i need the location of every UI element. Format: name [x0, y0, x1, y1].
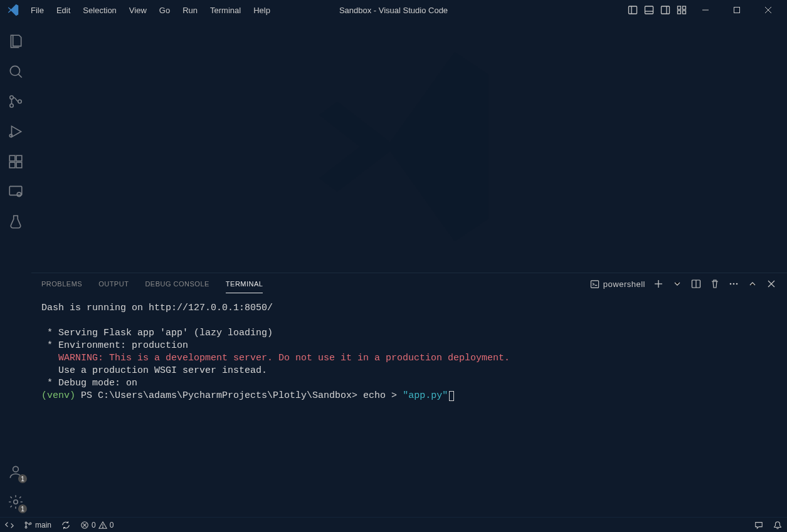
- menu-edit[interactable]: Edit: [51, 3, 76, 18]
- svg-point-17: [10, 104, 13, 107]
- svg-rect-24: [9, 186, 22, 195]
- git-branch-icon: [24, 521, 33, 529]
- term-cmd: >: [386, 390, 403, 401]
- svg-point-34: [733, 283, 735, 285]
- terminal-output[interactable]: Dash is running on http://127.0.0.1:8050…: [31, 295, 787, 517]
- svg-rect-7: [683, 6, 686, 9]
- terminal-dropdown-button[interactable]: [672, 278, 683, 289]
- activity-bar: 1 1: [0, 20, 31, 517]
- vscode-watermark-icon: [297, 34, 522, 259]
- testing-icon[interactable]: [1, 207, 31, 237]
- tab-output[interactable]: OUTPUT: [98, 275, 129, 293]
- tab-terminal[interactable]: TERMINAL: [226, 275, 263, 293]
- toggle-primary-sidebar-icon[interactable]: [628, 5, 638, 15]
- term-prompt-path: PS C:\Users\adams\PycharmProjects\Plotly…: [75, 390, 363, 401]
- problems-indicator[interactable]: 0 0: [75, 518, 119, 532]
- svg-point-18: [18, 100, 21, 103]
- panel-tabs: PROBLEMS OUTPUT DEBUG CONSOLE TERMINAL p…: [31, 273, 787, 295]
- notifications-indicator[interactable]: [768, 518, 787, 532]
- term-cmd: echo: [363, 390, 386, 401]
- error-count: 0: [92, 521, 96, 529]
- settings-gear-icon[interactable]: 1: [1, 487, 31, 517]
- menu-terminal[interactable]: Terminal: [204, 3, 246, 18]
- warning-count: 0: [110, 521, 114, 529]
- terminal-cursor: [449, 391, 454, 401]
- git-branch-indicator[interactable]: main: [19, 518, 56, 532]
- term-cmd-arg: "app.py": [403, 390, 448, 401]
- settings-badge: 1: [18, 504, 27, 513]
- customize-layout-icon[interactable]: [677, 5, 687, 15]
- kill-terminal-button[interactable]: [709, 278, 721, 289]
- svg-rect-2: [645, 6, 653, 14]
- accounts-badge: 1: [18, 474, 27, 483]
- titlebar-right: [628, 1, 783, 19]
- run-debug-icon[interactable]: [1, 117, 31, 147]
- svg-rect-21: [9, 162, 15, 168]
- remote-explorer-icon[interactable]: [1, 177, 31, 207]
- feedback-indicator[interactable]: [749, 518, 768, 532]
- toggle-panel-icon[interactable]: [644, 5, 654, 15]
- term-line: Use a production WSGI server instead.: [41, 365, 267, 376]
- svg-point-38: [25, 522, 27, 524]
- window-title: Sandbox - Visual Studio Code: [339, 6, 448, 15]
- svg-point-14: [10, 66, 19, 75]
- window-close-button[interactable]: [756, 1, 781, 19]
- window-minimize-button[interactable]: [693, 1, 718, 19]
- more-actions-button[interactable]: [728, 278, 739, 289]
- panel: PROBLEMS OUTPUT DEBUG CONSOLE TERMINAL p…: [31, 273, 787, 517]
- remote-icon: [5, 521, 14, 529]
- svg-point-27: [14, 500, 18, 504]
- svg-rect-0: [629, 6, 637, 14]
- menu-go[interactable]: Go: [154, 3, 176, 18]
- close-panel-button[interactable]: [766, 278, 777, 289]
- remote-indicator[interactable]: [0, 518, 19, 532]
- menu-bar: File Edit Selection View Go Run Terminal…: [25, 3, 276, 18]
- term-line: * Serving Flask app 'app' (lazy loading): [41, 328, 273, 338]
- new-terminal-button[interactable]: [653, 278, 664, 289]
- term-line: * Environment: production: [41, 340, 188, 351]
- editor-empty-watermark: [31, 20, 787, 273]
- toggle-secondary-sidebar-icon[interactable]: [660, 5, 670, 15]
- error-icon: [80, 521, 89, 529]
- window-maximize-button[interactable]: [724, 1, 749, 19]
- menu-help[interactable]: Help: [248, 3, 276, 18]
- svg-point-39: [25, 526, 27, 528]
- menu-view[interactable]: View: [124, 3, 152, 18]
- term-line-warning: WARNING: This is a development server. D…: [41, 353, 510, 363]
- sync-icon: [61, 521, 70, 529]
- menu-file[interactable]: File: [25, 3, 50, 18]
- maximize-panel-button[interactable]: [747, 278, 758, 289]
- menu-run[interactable]: Run: [177, 3, 203, 18]
- svg-rect-6: [678, 6, 681, 9]
- svg-line-15: [18, 74, 21, 77]
- sync-indicator[interactable]: [56, 518, 75, 532]
- explorer-icon[interactable]: [1, 26, 31, 56]
- tab-debug-console[interactable]: DEBUG CONSOLE: [145, 275, 209, 293]
- svg-point-25: [17, 192, 21, 197]
- extensions-icon[interactable]: [1, 147, 31, 177]
- feedback-icon: [754, 521, 763, 529]
- terminal-shell-name: powershell: [603, 279, 645, 289]
- svg-rect-11: [734, 8, 740, 13]
- tab-problems[interactable]: PROBLEMS: [41, 275, 82, 293]
- svg-rect-20: [9, 155, 15, 161]
- menu-selection[interactable]: Selection: [77, 3, 122, 18]
- search-icon[interactable]: [1, 56, 31, 86]
- svg-point-40: [29, 522, 31, 524]
- term-line: * Debug mode: on: [41, 378, 137, 389]
- svg-point-16: [10, 96, 13, 99]
- term-venv: (venv): [41, 390, 75, 401]
- terminal-icon: [590, 279, 599, 289]
- status-bar: main 0 0: [0, 517, 787, 532]
- split-terminal-button[interactable]: [690, 278, 702, 289]
- term-line: Dash is running on http://127.0.0.1:8050…: [41, 303, 273, 313]
- title-bar: File Edit Selection View Go Run Terminal…: [0, 0, 787, 20]
- svg-point-33: [730, 283, 732, 285]
- bell-icon: [773, 521, 782, 529]
- svg-rect-22: [16, 162, 22, 168]
- terminal-shell-selector[interactable]: powershell: [590, 279, 645, 289]
- accounts-icon[interactable]: 1: [1, 457, 31, 487]
- svg-point-26: [13, 466, 19, 472]
- source-control-icon[interactable]: [1, 86, 31, 117]
- svg-rect-4: [662, 6, 670, 14]
